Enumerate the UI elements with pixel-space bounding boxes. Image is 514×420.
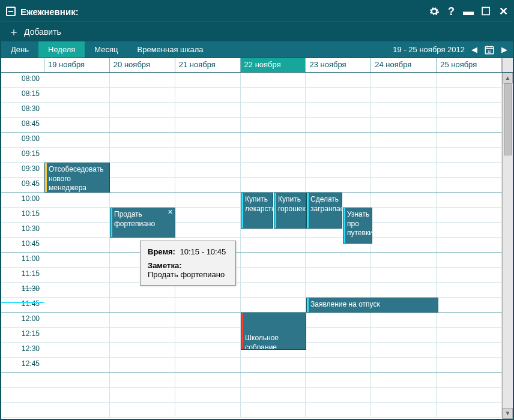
time-slot: 12:15 bbox=[1, 328, 44, 343]
add-label: Добавить bbox=[24, 27, 61, 37]
time-column-header bbox=[1, 58, 44, 72]
plus-icon: ＋ bbox=[8, 26, 19, 37]
event-school[interactable]: Школьное собрание Не забыть... bbox=[241, 313, 306, 350]
period-label: 19 - 25 ноября 2012 bbox=[393, 45, 465, 54]
time-slot bbox=[1, 403, 44, 418]
time-slot: 08:15 bbox=[1, 88, 44, 103]
tab-week[interactable]: Неделя bbox=[38, 41, 85, 58]
prev-period-button[interactable]: ◀ bbox=[470, 45, 479, 54]
day-header[interactable]: 25 ноября bbox=[437, 58, 502, 72]
grid-body[interactable]: Отсобеседовать нового менеджера Продать … bbox=[44, 73, 502, 419]
event-vacation[interactable]: Заявление на отпуск bbox=[306, 298, 438, 313]
gear-icon[interactable] bbox=[429, 6, 440, 17]
next-period-button[interactable]: ▶ bbox=[500, 45, 509, 54]
event-text: Сделать загранпаспорт bbox=[310, 195, 342, 213]
time-slot: 10:45 bbox=[1, 238, 44, 253]
scroll-up-button[interactable]: ▲ bbox=[503, 73, 513, 83]
tab-month[interactable]: Месяц bbox=[85, 41, 127, 58]
tooltip-time-value: 10:15 - 10:45 bbox=[180, 247, 226, 256]
time-slot: 11:30 bbox=[1, 283, 44, 298]
event-stripe bbox=[110, 208, 112, 237]
event-text: Узнать про путевки bbox=[347, 210, 372, 237]
tooltip-time-label: Время: bbox=[148, 247, 175, 256]
svg-text:15: 15 bbox=[488, 49, 492, 53]
time-gutter: 08:00 08:15 08:30 08:45 09:00 09:15 09:3… bbox=[1, 73, 44, 419]
event-interview[interactable]: Отсобеседовать нового менеджера bbox=[44, 163, 110, 193]
close-button[interactable]: ✕ bbox=[499, 5, 508, 18]
time-slot: 10:15 bbox=[1, 208, 44, 223]
close-icon[interactable]: ✕ bbox=[166, 209, 174, 216]
time-slot: 11:45 bbox=[1, 298, 44, 313]
event-tooltip: Время: 10:15 - 10:45 Заметка: Продать фо… bbox=[140, 241, 236, 286]
time-slot: 08:45 bbox=[1, 118, 44, 133]
event-piano[interactable]: Продать фортепиано ✕ bbox=[110, 208, 175, 238]
time-slot bbox=[1, 388, 44, 403]
scroll-thumb[interactable] bbox=[504, 83, 512, 155]
window-title: Ежежневник: bbox=[20, 7, 429, 17]
day-header[interactable]: 19 ноября bbox=[44, 58, 110, 72]
calendar-icon[interactable]: 15 bbox=[484, 44, 495, 55]
titlebar: Ежежневник: ? ▬ ☐ ✕ bbox=[1, 1, 513, 22]
time-slot: 08:00 bbox=[1, 73, 44, 88]
vertical-scrollbar[interactable]: ▲ ▼ bbox=[502, 73, 513, 419]
event-tours[interactable]: Узнать про путевки bbox=[343, 208, 372, 244]
time-slot: 09:30 bbox=[1, 163, 44, 178]
event-passport[interactable]: Сделать загранпаспорт bbox=[306, 193, 342, 229]
scroll-down-button[interactable]: ▼ bbox=[503, 408, 513, 419]
window-controls: ? ▬ ☐ ✕ bbox=[429, 5, 508, 18]
time-slot: 09:00 bbox=[1, 133, 44, 148]
day-header-row: 19 ноября 20 ноября 21 ноября 22 ноября … bbox=[1, 58, 513, 73]
time-slot: 11:00 bbox=[1, 253, 44, 268]
time-slot: 12:45 bbox=[1, 358, 44, 373]
time-slot bbox=[1, 373, 44, 388]
event-text: Купить лекарство bbox=[245, 195, 273, 213]
tab-day[interactable]: День bbox=[1, 41, 38, 58]
calendar-grid: 08:00 08:15 08:30 08:45 09:00 09:15 09:3… bbox=[1, 73, 513, 419]
event-text: Заявление на отпуск bbox=[310, 300, 380, 308]
time-slot: 10:30 bbox=[1, 223, 44, 238]
event-stripe bbox=[274, 193, 276, 228]
day-header[interactable]: 24 ноября bbox=[371, 58, 437, 72]
event-peas[interactable]: Купить горошек bbox=[274, 193, 306, 229]
tab-timeline[interactable]: Временная шкала bbox=[128, 41, 213, 58]
time-slot: 09:15 bbox=[1, 148, 44, 163]
event-stripe bbox=[307, 298, 309, 312]
day-header[interactable]: 21 ноября bbox=[175, 58, 241, 72]
event-text: Отсобеседовать нового менеджера bbox=[49, 165, 103, 192]
scrollbar-header bbox=[502, 58, 513, 72]
day-header-today[interactable]: 22 ноября bbox=[241, 58, 306, 72]
event-stripe bbox=[241, 193, 243, 228]
event-medicine[interactable]: Купить лекарство bbox=[241, 193, 273, 229]
tooltip-note-value: Продать фортепиано bbox=[148, 270, 225, 279]
event-stripe bbox=[343, 208, 345, 243]
period-controls: 19 - 25 ноября 2012 ◀ 15 ▶ bbox=[393, 41, 513, 58]
event-text: Продать фортепиано bbox=[114, 210, 155, 228]
maximize-button[interactable]: ☐ bbox=[481, 5, 491, 18]
minimize-button[interactable]: ▬ bbox=[463, 5, 473, 18]
event-stripe bbox=[45, 163, 47, 192]
help-icon[interactable]: ? bbox=[448, 5, 455, 18]
event-text: Купить горошек bbox=[278, 195, 306, 213]
time-slot: 08:30 bbox=[1, 103, 44, 118]
day-header[interactable]: 23 ноября bbox=[306, 58, 371, 72]
app-icon bbox=[6, 7, 16, 16]
event-stripe bbox=[241, 313, 243, 349]
event-text: Школьное собрание Не забыть... bbox=[245, 334, 286, 350]
tooltip-note-label: Заметка: bbox=[148, 261, 181, 270]
time-slot: 11:15 bbox=[1, 268, 44, 283]
add-button[interactable]: ＋ Добавить bbox=[1, 22, 513, 41]
event-stripe bbox=[307, 193, 309, 228]
time-slot: 12:00 bbox=[1, 313, 44, 328]
view-tabs: День Неделя Месяц Временная шкала 19 - 2… bbox=[1, 41, 513, 58]
current-time-indicator bbox=[1, 302, 44, 303]
day-header[interactable]: 20 ноября bbox=[110, 58, 175, 72]
window: Ежежневник: ? ▬ ☐ ✕ ＋ Добавить День Неде… bbox=[0, 0, 514, 420]
time-slot: 09:45 bbox=[1, 178, 44, 193]
scroll-track[interactable] bbox=[503, 83, 513, 408]
time-slot: 10:00 bbox=[1, 193, 44, 208]
time-slot: 12:30 bbox=[1, 343, 44, 358]
